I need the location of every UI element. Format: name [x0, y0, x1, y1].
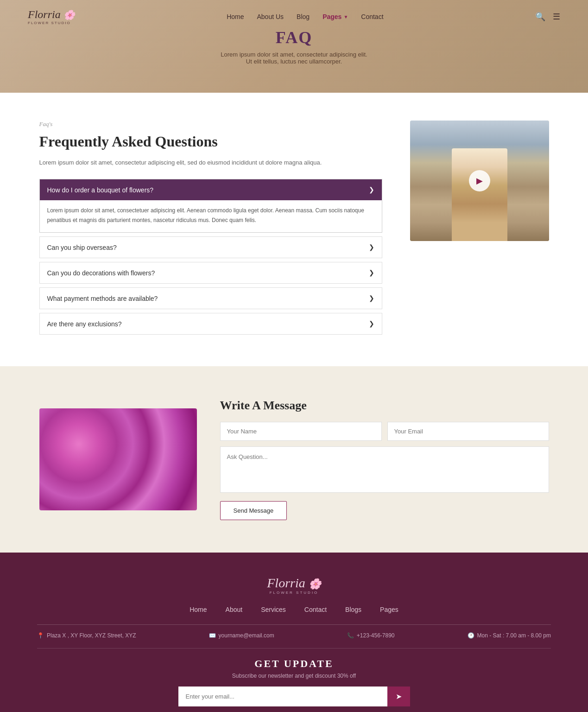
- subscribe-button[interactable]: ➤: [387, 687, 410, 706]
- nav-about[interactable]: About Us: [257, 13, 284, 20]
- message-textarea[interactable]: [220, 446, 549, 493]
- hero-desc: Lorem ipsum dolor sit amet, consectetur …: [221, 51, 367, 65]
- footer-logo-text: Florria 🌸: [37, 576, 551, 591]
- footer-info: 📍 Plaza X , XY Floor, XYZ Street, XYZ ✉️…: [37, 632, 551, 639]
- roses-image: [39, 408, 197, 510]
- faq-right: ▶: [410, 121, 549, 338]
- faq-question-4[interactable]: What payment methods are available? ❯: [40, 288, 382, 309]
- logo[interactable]: Florria 🌸 FLOWER STUDIO: [28, 8, 75, 25]
- email-icon: ✉️: [209, 632, 216, 639]
- email-subscribe-form: ➤: [178, 687, 410, 706]
- contact-section: Write A Message Send Message: [0, 366, 588, 553]
- footer-nav-pages[interactable]: Pages: [380, 606, 398, 613]
- send-message-button[interactable]: Send Message: [220, 501, 287, 520]
- contact-form: Write A Message Send Message: [220, 399, 549, 520]
- nav-links: Home About Us Blog Pages▼ Contact: [227, 13, 383, 20]
- footer-nav-home[interactable]: Home: [190, 606, 207, 613]
- get-update: GET UPDATE Subscribe our newsletter and …: [37, 658, 551, 706]
- chevron-icon-1: ❯: [369, 186, 374, 194]
- faq-left: Faq's Frequently Asked Questions Lorem i…: [39, 121, 382, 338]
- contact-inner: Write A Message Send Message: [39, 399, 549, 520]
- nav-home[interactable]: Home: [227, 13, 244, 20]
- nav-pages[interactable]: Pages▼: [322, 13, 348, 20]
- faq-answer-1: Lorem ipsum dolor sit amet, consectetuer…: [40, 200, 382, 232]
- get-update-desc: Subscribe our newsletter and get discoun…: [37, 673, 551, 679]
- get-update-title: GET UPDATE: [37, 658, 551, 670]
- roses-bg: [39, 408, 197, 510]
- menu-icon[interactable]: ☰: [553, 12, 560, 22]
- faq-title: Frequently Asked Questions: [39, 133, 382, 150]
- faq-label: Faq's: [39, 121, 382, 128]
- faq-item-5: Are there any exclusions? ❯: [39, 313, 382, 335]
- footer-email: ✉️ yourname@email.com: [209, 632, 274, 639]
- faq-description: Lorem ipsum dolor sit amet, consectetur …: [39, 158, 382, 168]
- navigation: Florria 🌸 FLOWER STUDIO Home About Us Bl…: [0, 0, 588, 33]
- faq-video-container[interactable]: ▶: [410, 121, 549, 241]
- footer-logo-sub: FLOWER STUDIO: [37, 591, 551, 595]
- hero-content: FAQ Lorem ipsum dolor sit amet, consecte…: [221, 28, 367, 65]
- faq-item-2: Can you ship overseas? ❯: [39, 236, 382, 258]
- form-row-names: [220, 422, 549, 441]
- name-input[interactable]: [220, 422, 382, 441]
- nav-icons: 🔍 ☰: [535, 12, 560, 22]
- faq-item-4: What payment methods are available? ❯: [39, 287, 382, 309]
- email-input[interactable]: [387, 422, 549, 441]
- footer-address: 📍 Plaza X , XY Floor, XYZ Street, XYZ: [37, 632, 136, 639]
- contact-title: Write A Message: [220, 399, 549, 413]
- footer-divider-2: [37, 648, 551, 648]
- faq-item-1: How do I order a bouquet of flowers? ❯ L…: [39, 179, 382, 233]
- nav-contact[interactable]: Contact: [361, 13, 383, 20]
- logo-text: Florria 🌸: [28, 8, 75, 21]
- faq-section: Faq's Frequently Asked Questions Lorem i…: [0, 93, 588, 366]
- clock-icon: 🕐: [468, 632, 474, 639]
- faq-inner: Faq's Frequently Asked Questions Lorem i…: [39, 121, 549, 338]
- faq-question-2[interactable]: Can you ship overseas? ❯: [40, 237, 382, 258]
- footer-nav-services[interactable]: Services: [261, 606, 286, 613]
- faq-item-3: Can you do decorations with flowers? ❯: [39, 262, 382, 284]
- footer-divider-1: [37, 624, 551, 625]
- chevron-icon-3: ❯: [369, 269, 374, 277]
- faq-question-3[interactable]: Can you do decorations with flowers? ❯: [40, 262, 382, 283]
- hero-desc-line1: Lorem ipsum dolor sit amet, consectetur …: [221, 51, 367, 58]
- hero-desc-line2: Ut elit tellus, luctus nec ullamcorper.: [246, 58, 342, 65]
- location-icon: 📍: [37, 632, 44, 639]
- chevron-icon-4: ❯: [369, 294, 374, 302]
- footer-nav-contact[interactable]: Contact: [304, 606, 327, 613]
- footer-logo: Florria 🌸 FLOWER STUDIO: [37, 576, 551, 595]
- footer-nav-about[interactable]: About: [226, 606, 243, 613]
- chevron-icon-5: ❯: [369, 320, 374, 328]
- search-icon[interactable]: 🔍: [535, 12, 545, 22]
- faq-question-1[interactable]: How do I order a bouquet of flowers? ❯: [40, 179, 382, 200]
- footer-nav-blogs[interactable]: Blogs: [345, 606, 361, 613]
- footer-phone: 📞 +123-456-7890: [347, 632, 395, 639]
- logo-sub: FLOWER STUDIO: [28, 21, 71, 25]
- footer-hours: 🕐 Mon - Sat : 7.00 am - 8.00 pm: [468, 632, 551, 639]
- chevron-down-icon: ▼: [343, 14, 348, 19]
- play-button[interactable]: ▶: [469, 170, 490, 191]
- subscribe-email-input[interactable]: [178, 687, 387, 706]
- footer-nav: Home About Services Contact Blogs Pages: [37, 606, 551, 613]
- nav-blog[interactable]: Blog: [297, 13, 310, 20]
- phone-icon: 📞: [347, 632, 354, 639]
- chevron-icon-2: ❯: [369, 243, 374, 251]
- faq-question-5[interactable]: Are there any exclusions? ❯: [40, 313, 382, 334]
- footer: Florria 🌸 FLOWER STUDIO Home About Servi…: [0, 553, 588, 712]
